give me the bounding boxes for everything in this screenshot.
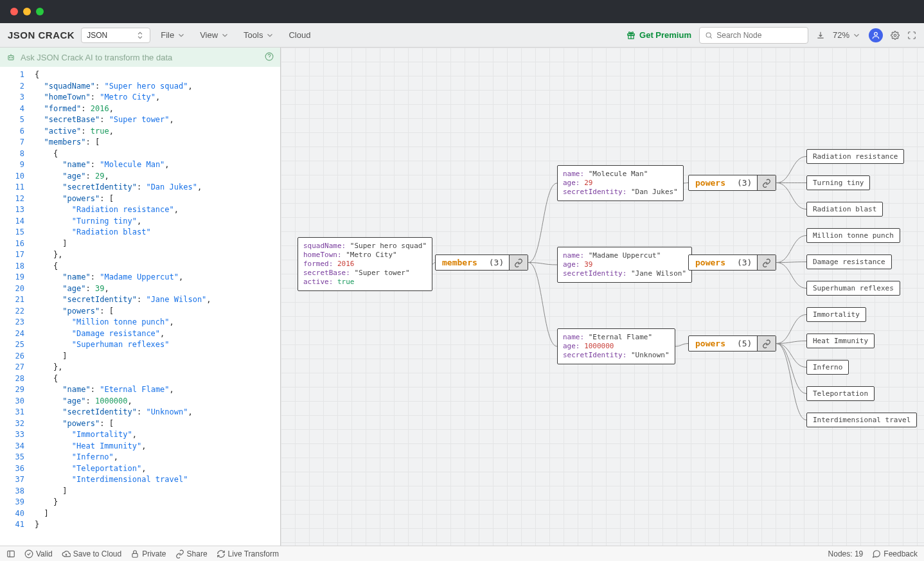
svg-point-7 <box>12 57 12 58</box>
menu-file[interactable]: File <box>157 28 190 42</box>
code-content[interactable]: { "squadName": "Super hero squad", "home… <box>31 67 280 546</box>
graph-node-powers-0[interactable]: powers (3) <box>688 175 776 191</box>
refresh-icon <box>217 549 226 558</box>
save-to-cloud-button[interactable]: Save to Cloud <box>62 549 121 558</box>
graph-leaf[interactable]: Teleportation <box>806 386 875 401</box>
link-icon[interactable] <box>757 255 776 270</box>
graph-leaf[interactable]: Immortality <box>806 307 866 322</box>
format-select[interactable]: JSON <box>81 28 150 43</box>
share-label: Share <box>187 549 208 558</box>
robot-icon <box>6 53 15 62</box>
search-node-input-wrapper[interactable] <box>699 27 808 44</box>
code-editor[interactable]: 1234567891011121314151617181920212223242… <box>0 67 280 546</box>
graph-leaf[interactable]: Heat Immunity <box>806 334 875 348</box>
graph-node-member-1[interactable]: name: "Madame Uppercut"age: 39secretIden… <box>557 247 692 283</box>
graph-leaf[interactable]: Turning tiny <box>806 175 870 190</box>
cloud-upload-icon <box>62 549 71 558</box>
chevron-updown-icon <box>136 31 145 40</box>
graph-node-powers-0-label: powers <box>689 175 732 190</box>
graph-node-root[interactable]: squadName: "Super hero squad"homeTown: "… <box>298 237 432 291</box>
graph-leaf[interactable]: Million tonne punch <box>806 228 900 243</box>
live-transform-toggle[interactable]: Live Transform <box>217 549 279 558</box>
format-select-value: JSON <box>87 31 107 40</box>
gear-icon <box>891 31 900 40</box>
graph-node-powers-2[interactable]: powers (5) <box>688 335 776 352</box>
menu-view[interactable]: View <box>196 28 233 42</box>
save-to-cloud-label: Save to Cloud <box>73 549 121 558</box>
chevron-down-icon <box>852 31 861 40</box>
avatar[interactable] <box>869 28 883 42</box>
menu-cloud-label: Cloud <box>289 30 310 40</box>
graph-node-powers-1[interactable]: powers (3) <box>688 254 776 271</box>
get-premium-label: Get Premium <box>639 30 691 40</box>
svg-point-2 <box>706 32 711 37</box>
help-icon[interactable] <box>265 52 274 63</box>
feedback-label: Feedback <box>884 549 918 558</box>
graph-leaf[interactable]: Radiation resistance <box>806 149 904 164</box>
get-premium-button[interactable]: Get Premium <box>626 30 691 40</box>
sidebar-toggle-button[interactable] <box>6 549 15 558</box>
svg-point-10 <box>25 550 33 558</box>
svg-point-4 <box>894 34 896 37</box>
zoom-value: 72% <box>833 30 849 40</box>
message-icon <box>872 549 881 558</box>
menu-tools[interactable]: Tools <box>240 28 278 42</box>
graph-node-member-0[interactable]: name: "Molecule Man"age: 29secretIdentit… <box>557 165 684 201</box>
svg-point-6 <box>10 57 10 58</box>
fullscreen-button[interactable] <box>907 31 916 40</box>
chevron-down-icon <box>220 31 229 40</box>
app-logo: JSON CRACK <box>8 30 75 40</box>
toolbar: JSON CRACK JSON File View Tools Cloud Ge… <box>0 23 924 48</box>
graph-node-member-2[interactable]: name: "Eternal Flame"age: 1000000secretI… <box>557 328 675 364</box>
live-transform-label: Live Transform <box>228 549 279 558</box>
graph-node-members[interactable]: members (3) <box>435 254 528 271</box>
chevron-down-icon <box>265 31 274 40</box>
graph-leaf[interactable]: Damage resistance <box>806 254 892 269</box>
menu-tools-label: Tools <box>244 30 263 40</box>
link-icon[interactable] <box>509 255 528 270</box>
minimize-window-icon[interactable] <box>23 8 31 15</box>
link-icon <box>175 549 184 558</box>
graph-node-powers-1-count: (3) <box>732 255 757 270</box>
close-window-icon[interactable] <box>10 8 18 15</box>
panel-left-icon <box>6 549 15 558</box>
maximize-window-icon[interactable] <box>36 8 44 15</box>
share-button[interactable]: Share <box>175 549 208 558</box>
window-titlebar <box>0 0 924 23</box>
check-circle-icon <box>24 549 33 558</box>
editor-panel: Ask JSON Crack AI to transform the data … <box>0 48 281 546</box>
download-icon <box>816 31 825 40</box>
svg-rect-9 <box>8 551 15 557</box>
graph-leaf[interactable]: Radiation blast <box>806 202 883 217</box>
settings-button[interactable] <box>891 31 900 40</box>
ai-prompt-label: Ask JSON Crack AI to transform the data <box>21 53 172 62</box>
search-icon <box>705 31 713 40</box>
node-count-label: Nodes: 19 <box>828 549 864 558</box>
chevron-down-icon <box>177 31 186 40</box>
ai-prompt-bar[interactable]: Ask JSON Crack AI to transform the data <box>0 48 280 67</box>
status-valid[interactable]: Valid <box>24 549 53 558</box>
privacy-toggle[interactable]: Private <box>130 549 166 558</box>
graph-node-powers-2-count: (5) <box>732 336 757 351</box>
status-bar: Valid Save to Cloud Private Share Live T… <box>0 546 924 561</box>
graph-leaf[interactable]: Interdimensional travel <box>806 413 917 427</box>
svg-rect-11 <box>132 553 138 557</box>
graph-leaf[interactable]: Superhuman reflexes <box>806 281 900 296</box>
feedback-button[interactable]: Feedback <box>872 549 918 558</box>
line-gutter: 1234567891011121314151617181920212223242… <box>0 67 31 546</box>
graph-node-members-label: members <box>436 255 484 270</box>
zoom-control[interactable]: 72% <box>833 30 861 40</box>
maximize-icon <box>907 31 916 40</box>
link-icon[interactable] <box>757 175 776 190</box>
menu-file-label: File <box>161 30 174 40</box>
graph-canvas[interactable]: squadName: "Super hero squad"homeTown: "… <box>281 48 924 546</box>
download-button[interactable] <box>816 31 825 40</box>
status-valid-label: Valid <box>36 549 53 558</box>
search-node-input[interactable] <box>716 31 803 40</box>
graph-leaf[interactable]: Inferno <box>806 360 849 375</box>
lock-icon <box>130 549 139 558</box>
menu-view-label: View <box>200 30 218 40</box>
menu-cloud[interactable]: Cloud <box>285 28 314 42</box>
graph-node-powers-1-label: powers <box>689 255 732 270</box>
link-icon[interactable] <box>757 336 776 351</box>
